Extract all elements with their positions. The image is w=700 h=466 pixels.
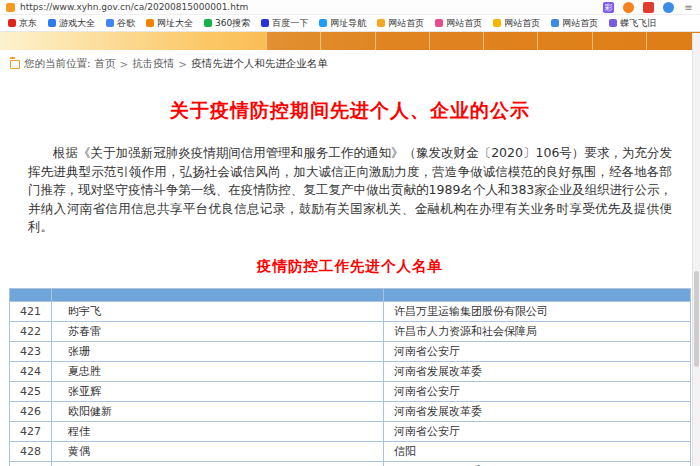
bookmark-label: 百度一下 — [272, 17, 308, 30]
table-row: 426欧阳健新河南省发展改革委 — [10, 401, 691, 421]
bookmarks-bar: 京东游戏大全谷歌网址大全360搜索百度一下网址导航网站首页网站首页网站首页网站首… — [0, 15, 700, 32]
table-row: 425张亚辉河南省公安厅 — [10, 381, 691, 401]
nav-menu-item[interactable] — [320, 32, 374, 50]
cell-name: 苏春雷 — [52, 321, 384, 341]
bookmark-label: 网站首页 — [504, 17, 540, 30]
table-row: 427程佳河南省公安厅 — [10, 421, 691, 441]
cell-no: 429 — [10, 461, 52, 466]
bookmark-item[interactable]: 网站首页 — [493, 17, 540, 30]
article-paragraph: 根据《关于加强新冠肺炎疫情期间信用管理和服务工作的通知》（豫发改财金〔2020〕… — [28, 144, 672, 237]
scrollbar-thumb[interactable] — [694, 271, 699, 367]
extension-red-icon[interactable] — [643, 2, 654, 13]
cell-org: 许昌市人力资源和社会保障局 — [384, 321, 691, 341]
bookmark-item[interactable]: 游戏大全 — [48, 17, 95, 30]
bookmark-item[interactable]: 蝶飞飞旧 — [609, 17, 656, 30]
bookmark-favicon-icon — [204, 19, 212, 27]
breadcrumb-section[interactable]: 抗击疫情 — [132, 57, 174, 71]
breadcrumb-separator: > — [120, 58, 129, 70]
table-row: 428黄偶信阳 — [10, 441, 691, 461]
cell-name: 王丽晶 — [52, 461, 384, 466]
cell-org: 河南省公安厅 — [384, 381, 691, 401]
bookmark-favicon-icon — [435, 19, 443, 27]
table-row: 421昀宇飞许昌万里运输集团股份有限公司 — [10, 301, 691, 321]
bookmark-label: 游戏大全 — [59, 17, 95, 30]
extension-blue-icon[interactable] — [663, 2, 674, 13]
bookmark-label: 网站首页 — [388, 17, 424, 30]
bookmark-item[interactable]: 网址导航 — [319, 17, 366, 30]
breadcrumb-current: 疫情先进个人和先进企业名单 — [191, 57, 328, 71]
bookmark-item[interactable]: 360搜索 — [204, 17, 250, 30]
bookmark-label: 蝶飞飞旧 — [620, 17, 656, 30]
table-row: 424夏忠胜河南省发展改革委 — [10, 361, 691, 381]
cell-no: 421 — [10, 301, 52, 321]
bookmark-item[interactable]: 网站首页 — [377, 17, 424, 30]
cell-name: 程佳 — [52, 421, 384, 441]
cell-no: 424 — [10, 361, 52, 381]
bookmark-label: 网站首页 — [562, 17, 598, 30]
browser-window: https://www.xyhn.gov.cn/ca/2020081500000… — [0, 0, 700, 466]
folder-icon — [10, 60, 20, 69]
bookmark-favicon-icon — [261, 19, 269, 27]
breadcrumb: 您的当前位置: 首页 > 抗击疫情 > 疫情先进个人和先进企业名单 — [0, 50, 700, 76]
awardees-table: 421昀宇飞许昌万里运输集团股份有限公司422苏春雷许昌市人力资源和社会保障局4… — [9, 288, 691, 466]
bookmark-favicon-icon — [106, 19, 114, 27]
bookmark-favicon-icon — [146, 19, 154, 27]
table-row: 423张珊河南省公安厅 — [10, 341, 691, 361]
extension-purple-icon[interactable]: 彩 — [603, 2, 614, 13]
cell-org: 许昌万里运输集团股份有限公司 — [384, 301, 691, 321]
bookmark-label: 网站首页 — [446, 17, 482, 30]
cell-org: 信阳 — [384, 441, 691, 461]
site-banner — [0, 32, 700, 50]
cell-name: 黄偶 — [52, 441, 384, 461]
nav-menu-item[interactable] — [429, 32, 483, 50]
header-cell-org — [384, 288, 691, 301]
cell-no: 426 — [10, 401, 52, 421]
cell-no: 425 — [10, 381, 52, 401]
bookmark-favicon-icon — [319, 19, 327, 27]
bookmark-favicon-icon — [551, 19, 559, 27]
bookmark-label: 360搜索 — [215, 17, 250, 30]
breadcrumb-home[interactable]: 首页 — [95, 57, 116, 71]
bookmark-item[interactable]: 京东 — [8, 17, 37, 30]
bookmark-item[interactable]: 网址大全 — [146, 17, 193, 30]
bookmark-item[interactable]: 网站首页 — [551, 17, 598, 30]
bookmark-favicon-icon — [48, 19, 56, 27]
cell-name: 夏忠胜 — [52, 361, 384, 381]
cell-no: 428 — [10, 441, 52, 461]
site-favicon-icon — [6, 3, 15, 12]
nav-menu-item[interactable] — [483, 32, 537, 50]
nav-menu-item[interactable] — [375, 32, 429, 50]
extension-orange-icon[interactable] — [623, 2, 634, 13]
table-row: 422苏春雷许昌市人力资源和社会保障局 — [10, 321, 691, 341]
table-row: 429王丽晶河南省发展改革委 — [10, 461, 691, 466]
cell-org: 河南省发展改革委 — [384, 461, 691, 466]
page-scrollbar[interactable] — [692, 33, 700, 466]
bookmark-favicon-icon — [609, 19, 617, 27]
bookmark-item[interactable]: 谷歌 — [106, 17, 135, 30]
cell-name: 欧阳健新 — [52, 401, 384, 421]
cell-no: 423 — [10, 341, 52, 361]
nav-menu-item[interactable] — [537, 32, 591, 50]
nav-menu-item[interactable] — [592, 32, 646, 50]
cell-no: 427 — [10, 421, 52, 441]
bookmark-favicon-icon — [8, 19, 16, 27]
site-nav-menu — [266, 32, 700, 50]
url-text[interactable]: https://www.xyhn.gov.cn/ca/2020081500000… — [20, 2, 595, 12]
bookmark-label: 京东 — [19, 17, 37, 30]
header-cell-name — [52, 288, 384, 301]
nav-menu-item[interactable] — [266, 32, 320, 50]
cell-name: 张亚辉 — [52, 381, 384, 401]
browser-menu-icon[interactable]: ≡ — [683, 2, 694, 13]
cell-org: 河南省发展改革委 — [384, 401, 691, 421]
list-subtitle: 疫情防控工作先进个人名单 — [0, 257, 700, 276]
bookmark-item[interactable]: 网站首页 — [435, 17, 482, 30]
site-logo-area — [0, 32, 120, 50]
bookmark-label: 谷歌 — [117, 17, 135, 30]
table-header-row — [10, 288, 691, 301]
bookmark-item[interactable]: 百度一下 — [261, 17, 308, 30]
bookmark-label: 网址导航 — [330, 17, 366, 30]
bookmark-favicon-icon — [493, 19, 501, 27]
cell-org: 河南省公安厅 — [384, 341, 691, 361]
breadcrumb-separator: > — [178, 58, 187, 70]
breadcrumb-prefix: 您的当前位置: — [24, 57, 91, 71]
